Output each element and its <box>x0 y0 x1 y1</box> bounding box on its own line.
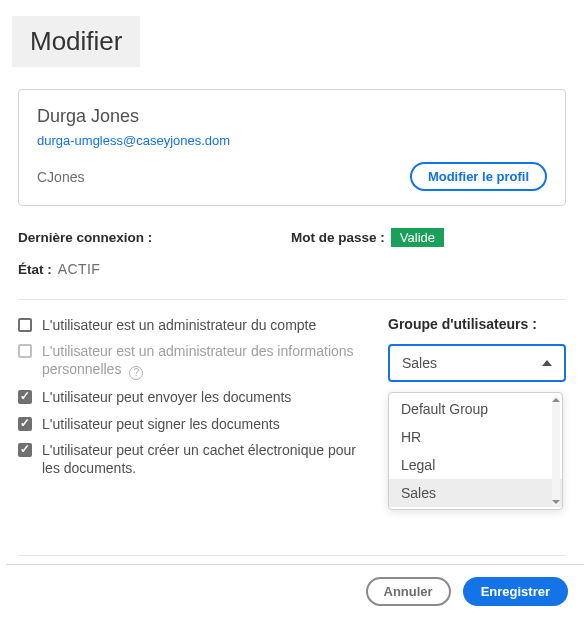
checkbox-can-sign[interactable] <box>18 417 32 431</box>
state-value: ACTIF <box>58 261 100 277</box>
permission-label: L'utilisateur peut envoyer les documents <box>42 388 291 406</box>
edit-profile-button[interactable]: Modifier le profil <box>410 162 547 191</box>
chevron-up-icon <box>542 360 552 366</box>
dropdown-option[interactable]: Legal <box>389 451 562 479</box>
user-full-name: Durga Jones <box>37 106 547 127</box>
dropdown-option[interactable]: HR <box>389 423 562 451</box>
permission-label: L'utilisateur est un administrateur du c… <box>42 316 316 334</box>
user-group-dropdown: Default Group HR Legal Sales <box>388 392 563 510</box>
save-button[interactable]: Enregistrer <box>463 577 568 606</box>
user-card: Durga Jones durga-umgless@caseyjones.dom… <box>18 89 566 206</box>
page-title: Modifier <box>12 16 140 67</box>
cancel-button[interactable]: Annuler <box>366 577 451 606</box>
permission-item: L'utilisateur peut signer les documents <box>18 415 364 433</box>
password-label: Mot de passe : <box>291 230 385 245</box>
dropdown-option[interactable]: Default Group <box>389 395 562 423</box>
permission-label: L'utilisateur est un administrateur des … <box>42 342 364 380</box>
checkbox-account-admin[interactable] <box>18 318 32 332</box>
permissions-list: L'utilisateur est un administrateur du c… <box>18 316 364 485</box>
checkbox-personal-info-admin <box>18 344 32 358</box>
password-status-badge: Valide <box>391 228 444 247</box>
checkbox-can-seal[interactable] <box>18 443 32 457</box>
user-group-select[interactable]: Sales <box>388 344 566 382</box>
dropdown-option[interactable]: Sales <box>389 479 562 507</box>
user-username: CJones <box>37 169 84 185</box>
info-icon[interactable]: ? <box>129 366 143 380</box>
permission-item: L'utilisateur peut envoyer les documents <box>18 388 364 406</box>
user-email[interactable]: durga-umgless@caseyjones.dom <box>37 133 547 148</box>
last-login-label: Dernière connexion : <box>18 230 152 245</box>
user-group-label: Groupe d'utilisateurs : <box>388 316 566 332</box>
permission-label: L'utilisateur peut signer les documents <box>42 415 280 433</box>
permission-item: L'utilisateur est un administrateur des … <box>18 342 364 380</box>
permission-label: L'utilisateur peut créer un cachet élect… <box>42 441 364 477</box>
checkbox-can-send[interactable] <box>18 390 32 404</box>
user-group-selected: Sales <box>402 355 437 371</box>
permission-item: L'utilisateur peut créer un cachet élect… <box>18 441 364 477</box>
footer-bar: Annuler Enregistrer <box>6 564 584 618</box>
dropdown-scrollbar[interactable] <box>552 396 560 506</box>
permission-item: L'utilisateur est un administrateur du c… <box>18 316 364 334</box>
state-label: État : <box>18 262 52 277</box>
